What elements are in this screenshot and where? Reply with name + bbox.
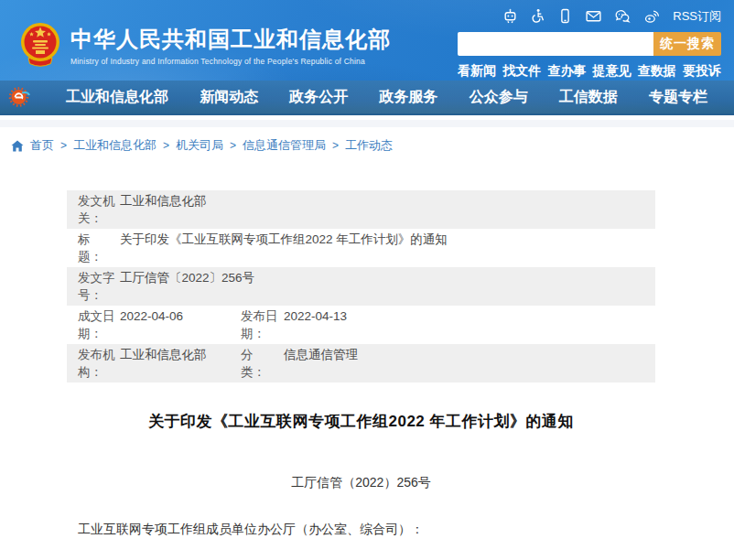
nav-item[interactable]: 新闻动态: [200, 88, 258, 107]
quick-link[interactable]: 找文件: [502, 63, 541, 80]
breadcrumb-item[interactable]: 工业和信息化部: [73, 137, 157, 154]
doc-number: 工厅信管（2022）256号: [67, 475, 655, 491]
breadcrumb: 首页>工业和信息化部>机关司局>信息通信管理局>工作动态: [0, 127, 734, 154]
nav-list: 工业和信息化部新闻动态政务公开政务服务公众参与工信数据专题专栏: [31, 88, 734, 107]
article-body: 关于印发《工业互联网专项工作组2022 年工作计划》的通知 工厅信管（2022）…: [67, 411, 655, 560]
site-title: 中华人民共和国工业和信息化部: [70, 27, 391, 51]
national-emblem-icon: [20, 20, 60, 73]
doc-field-label: 发文字 号：: [78, 269, 120, 304]
nav-item[interactable]: 专题专栏: [649, 88, 707, 107]
search-bar: 统一搜索: [458, 32, 721, 56]
breadcrumb-item[interactable]: 信息通信管理局: [243, 137, 326, 154]
doc-field-label: 发布日 期：: [241, 307, 284, 342]
doc-field-value: 关于印发《工业互联网专项工作组2022 年工作计划》的通知: [120, 231, 646, 248]
doc-table-row: 发文字 号：工厅信管〔2022〕256号: [67, 267, 655, 306]
mobile-icon[interactable]: [557, 8, 573, 24]
breadcrumb-item[interactable]: 首页: [30, 137, 54, 154]
header-icon-row: RSS订阅: [458, 6, 721, 26]
doc-field-value: 2022-04-13: [284, 307, 646, 325]
article-title: 关于印发《工业互联网专项工作组2022 年工作计划》的通知: [67, 411, 655, 432]
robot-icon[interactable]: [502, 8, 518, 24]
home-icon[interactable]: [11, 140, 24, 152]
breadcrumb-separator: >: [230, 139, 236, 152]
quick-link[interactable]: 看新闻: [458, 63, 496, 80]
doc-table-row: 标 题：关于印发《工业互联网专项工作组2022 年工作计划》的通知: [67, 229, 655, 267]
doc-field-value: 工厅信管〔2022〕256号: [120, 269, 646, 286]
doc-table-row: 发布机 构：工业和信息化部分 类：信息通信管理: [67, 344, 655, 382]
miit-e-logo-icon[interactable]: [8, 85, 31, 109]
article-salutation: 工业互联网专项工作组成员单位办公厅（办公室、综合司）：: [78, 522, 655, 538]
site-brand[interactable]: 中华人民共和国工业和信息化部 Ministry of Industry and …: [20, 20, 391, 73]
doc-field-label: 发布机 构：: [78, 346, 120, 381]
sub-strip: [0, 120, 734, 127]
breadcrumb-item[interactable]: 机关司局: [176, 137, 223, 154]
doc-field-value: 2022-04-06: [120, 307, 241, 325]
quick-link[interactable]: 提意见: [593, 63, 631, 80]
nav-item[interactable]: 政务服务: [379, 88, 437, 107]
mail-icon[interactable]: [585, 8, 602, 24]
main-nav: 工业和信息化部新闻动态政务公开政务服务公众参与工信数据专题专栏: [0, 81, 734, 115]
doc-field-label: 标 题：: [78, 231, 120, 265]
doc-field-value: 信息通信管理: [284, 346, 646, 363]
wechat-icon[interactable]: [614, 8, 631, 24]
doc-field-label: 分 类：: [241, 346, 284, 381]
article-main: 发文机 关：工业和信息化部标 题：关于印发《工业互联网专项工作组2022 年工作…: [0, 190, 734, 560]
doc-table-row: 成文日 期：2022-04-06发布日 期：2022-04-13: [67, 306, 655, 344]
breadcrumb-separator: >: [332, 139, 339, 152]
search-input[interactable]: [458, 32, 653, 56]
quick-link[interactable]: 查办事: [547, 63, 586, 80]
nav-item[interactable]: 政务公开: [289, 88, 348, 107]
nav-item[interactable]: 工信数据: [559, 88, 618, 107]
doc-meta-table: 发文机 关：工业和信息化部标 题：关于印发《工业互联网专项工作组2022 年工作…: [67, 190, 655, 382]
weibo-icon[interactable]: [643, 8, 661, 24]
quick-link[interactable]: 要投诉: [683, 63, 721, 80]
header-right: RSS订阅 统一搜索 看新闻找文件查办事提意见查数据要投诉: [458, 6, 721, 80]
doc-field-value: 工业和信息化部: [120, 346, 241, 363]
doc-table-row: 发文机 关：工业和信息化部: [67, 190, 655, 229]
quick-links: 看新闻找文件查办事提意见查数据要投诉: [458, 63, 721, 80]
doc-field-label: 发文机 关：: [78, 192, 120, 227]
doc-field-value: 工业和信息化部: [120, 192, 646, 210]
nav-item[interactable]: 工业和信息化部: [66, 88, 168, 107]
quick-link[interactable]: 查数据: [638, 63, 676, 80]
rss-subscribe-link[interactable]: RSS订阅: [673, 8, 721, 25]
site-subtitle: Ministry of Industry and Information Tec…: [70, 57, 391, 66]
site-header: 中华人民共和国工业和信息化部 Ministry of Industry and …: [0, 0, 734, 81]
accessibility-icon[interactable]: [530, 8, 545, 24]
doc-field-label: 成文日 期：: [78, 307, 120, 342]
breadcrumb-separator: >: [60, 139, 67, 152]
nav-item[interactable]: 公众参与: [470, 88, 528, 107]
breadcrumb-item[interactable]: 工作动态: [345, 137, 393, 154]
unified-search-button[interactable]: 统一搜索: [653, 32, 721, 56]
breadcrumb-separator: >: [163, 139, 169, 152]
